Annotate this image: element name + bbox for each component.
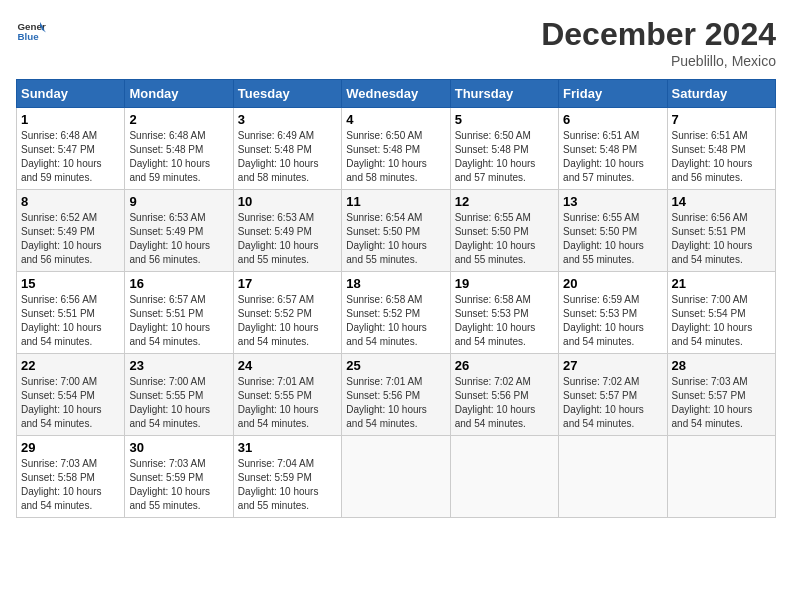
day-header-sunday: Sunday [17, 80, 125, 108]
week-row-4: 22 Sunrise: 7:00 AM Sunset: 5:54 PM Dayl… [17, 354, 776, 436]
day-cell-10: 10 Sunrise: 6:53 AM Sunset: 5:49 PM Dayl… [233, 190, 341, 272]
day-info: Sunrise: 6:57 AM Sunset: 5:52 PM Dayligh… [238, 293, 337, 349]
day-info: Sunrise: 6:53 AM Sunset: 5:49 PM Dayligh… [238, 211, 337, 267]
day-info: Sunrise: 6:50 AM Sunset: 5:48 PM Dayligh… [346, 129, 445, 185]
day-info: Sunrise: 6:51 AM Sunset: 5:48 PM Dayligh… [672, 129, 771, 185]
day-number: 30 [129, 440, 228, 455]
day-info: Sunrise: 6:50 AM Sunset: 5:48 PM Dayligh… [455, 129, 554, 185]
day-number: 23 [129, 358, 228, 373]
logo-icon: General Blue [16, 16, 46, 46]
day-cell-23: 23 Sunrise: 7:00 AM Sunset: 5:55 PM Dayl… [125, 354, 233, 436]
day-info: Sunrise: 6:54 AM Sunset: 5:50 PM Dayligh… [346, 211, 445, 267]
day-info: Sunrise: 7:02 AM Sunset: 5:57 PM Dayligh… [563, 375, 662, 431]
day-number: 28 [672, 358, 771, 373]
day-cell-28: 28 Sunrise: 7:03 AM Sunset: 5:57 PM Dayl… [667, 354, 775, 436]
day-number: 13 [563, 194, 662, 209]
day-number: 3 [238, 112, 337, 127]
empty-cell [559, 436, 667, 518]
location: Pueblillo, Mexico [541, 53, 776, 69]
day-info: Sunrise: 6:59 AM Sunset: 5:53 PM Dayligh… [563, 293, 662, 349]
day-info: Sunrise: 6:56 AM Sunset: 5:51 PM Dayligh… [672, 211, 771, 267]
day-info: Sunrise: 7:00 AM Sunset: 5:55 PM Dayligh… [129, 375, 228, 431]
day-info: Sunrise: 7:04 AM Sunset: 5:59 PM Dayligh… [238, 457, 337, 513]
week-row-5: 29 Sunrise: 7:03 AM Sunset: 5:58 PM Dayl… [17, 436, 776, 518]
day-info: Sunrise: 6:52 AM Sunset: 5:49 PM Dayligh… [21, 211, 120, 267]
day-number: 25 [346, 358, 445, 373]
day-number: 7 [672, 112, 771, 127]
empty-cell [450, 436, 558, 518]
day-cell-17: 17 Sunrise: 6:57 AM Sunset: 5:52 PM Dayl… [233, 272, 341, 354]
day-number: 2 [129, 112, 228, 127]
day-number: 9 [129, 194, 228, 209]
day-cell-5: 5 Sunrise: 6:50 AM Sunset: 5:48 PM Dayli… [450, 108, 558, 190]
empty-cell [667, 436, 775, 518]
day-header-saturday: Saturday [667, 80, 775, 108]
day-info: Sunrise: 6:55 AM Sunset: 5:50 PM Dayligh… [455, 211, 554, 267]
month-title: December 2024 [541, 16, 776, 53]
day-info: Sunrise: 6:51 AM Sunset: 5:48 PM Dayligh… [563, 129, 662, 185]
day-info: Sunrise: 7:03 AM Sunset: 5:59 PM Dayligh… [129, 457, 228, 513]
day-number: 1 [21, 112, 120, 127]
day-number: 6 [563, 112, 662, 127]
week-row-1: 1 Sunrise: 6:48 AM Sunset: 5:47 PM Dayli… [17, 108, 776, 190]
day-info: Sunrise: 6:58 AM Sunset: 5:52 PM Dayligh… [346, 293, 445, 349]
day-number: 20 [563, 276, 662, 291]
day-info: Sunrise: 7:01 AM Sunset: 5:56 PM Dayligh… [346, 375, 445, 431]
day-cell-12: 12 Sunrise: 6:55 AM Sunset: 5:50 PM Dayl… [450, 190, 558, 272]
day-number: 27 [563, 358, 662, 373]
day-info: Sunrise: 6:56 AM Sunset: 5:51 PM Dayligh… [21, 293, 120, 349]
day-info: Sunrise: 6:58 AM Sunset: 5:53 PM Dayligh… [455, 293, 554, 349]
calendar-table: SundayMondayTuesdayWednesdayThursdayFrid… [16, 79, 776, 518]
day-info: Sunrise: 7:00 AM Sunset: 5:54 PM Dayligh… [21, 375, 120, 431]
day-cell-18: 18 Sunrise: 6:58 AM Sunset: 5:52 PM Dayl… [342, 272, 450, 354]
day-info: Sunrise: 6:55 AM Sunset: 5:50 PM Dayligh… [563, 211, 662, 267]
day-number: 8 [21, 194, 120, 209]
day-cell-29: 29 Sunrise: 7:03 AM Sunset: 5:58 PM Dayl… [17, 436, 125, 518]
day-number: 24 [238, 358, 337, 373]
header: General Blue December 2024 Pueblillo, Me… [16, 16, 776, 69]
week-row-2: 8 Sunrise: 6:52 AM Sunset: 5:49 PM Dayli… [17, 190, 776, 272]
day-header-wednesday: Wednesday [342, 80, 450, 108]
day-info: Sunrise: 6:53 AM Sunset: 5:49 PM Dayligh… [129, 211, 228, 267]
svg-text:Blue: Blue [18, 31, 40, 42]
day-number: 17 [238, 276, 337, 291]
day-info: Sunrise: 7:00 AM Sunset: 5:54 PM Dayligh… [672, 293, 771, 349]
week-row-3: 15 Sunrise: 6:56 AM Sunset: 5:51 PM Dayl… [17, 272, 776, 354]
day-number: 5 [455, 112, 554, 127]
day-cell-4: 4 Sunrise: 6:50 AM Sunset: 5:48 PM Dayli… [342, 108, 450, 190]
day-number: 15 [21, 276, 120, 291]
day-cell-27: 27 Sunrise: 7:02 AM Sunset: 5:57 PM Dayl… [559, 354, 667, 436]
day-header-monday: Monday [125, 80, 233, 108]
day-cell-22: 22 Sunrise: 7:00 AM Sunset: 5:54 PM Dayl… [17, 354, 125, 436]
day-cell-20: 20 Sunrise: 6:59 AM Sunset: 5:53 PM Dayl… [559, 272, 667, 354]
day-cell-7: 7 Sunrise: 6:51 AM Sunset: 5:48 PM Dayli… [667, 108, 775, 190]
day-number: 11 [346, 194, 445, 209]
day-cell-21: 21 Sunrise: 7:00 AM Sunset: 5:54 PM Dayl… [667, 272, 775, 354]
day-number: 14 [672, 194, 771, 209]
day-cell-26: 26 Sunrise: 7:02 AM Sunset: 5:56 PM Dayl… [450, 354, 558, 436]
day-header-tuesday: Tuesday [233, 80, 341, 108]
day-header-thursday: Thursday [450, 80, 558, 108]
day-number: 29 [21, 440, 120, 455]
day-number: 18 [346, 276, 445, 291]
day-cell-16: 16 Sunrise: 6:57 AM Sunset: 5:51 PM Dayl… [125, 272, 233, 354]
day-info: Sunrise: 6:48 AM Sunset: 5:48 PM Dayligh… [129, 129, 228, 185]
day-cell-3: 3 Sunrise: 6:49 AM Sunset: 5:48 PM Dayli… [233, 108, 341, 190]
title-area: December 2024 Pueblillo, Mexico [541, 16, 776, 69]
day-number: 22 [21, 358, 120, 373]
day-number: 21 [672, 276, 771, 291]
day-cell-25: 25 Sunrise: 7:01 AM Sunset: 5:56 PM Dayl… [342, 354, 450, 436]
day-cell-6: 6 Sunrise: 6:51 AM Sunset: 5:48 PM Dayli… [559, 108, 667, 190]
day-cell-13: 13 Sunrise: 6:55 AM Sunset: 5:50 PM Dayl… [559, 190, 667, 272]
day-number: 26 [455, 358, 554, 373]
day-cell-19: 19 Sunrise: 6:58 AM Sunset: 5:53 PM Dayl… [450, 272, 558, 354]
day-number: 12 [455, 194, 554, 209]
day-info: Sunrise: 6:48 AM Sunset: 5:47 PM Dayligh… [21, 129, 120, 185]
day-cell-11: 11 Sunrise: 6:54 AM Sunset: 5:50 PM Dayl… [342, 190, 450, 272]
day-cell-2: 2 Sunrise: 6:48 AM Sunset: 5:48 PM Dayli… [125, 108, 233, 190]
day-cell-30: 30 Sunrise: 7:03 AM Sunset: 5:59 PM Dayl… [125, 436, 233, 518]
day-cell-8: 8 Sunrise: 6:52 AM Sunset: 5:49 PM Dayli… [17, 190, 125, 272]
day-cell-24: 24 Sunrise: 7:01 AM Sunset: 5:55 PM Dayl… [233, 354, 341, 436]
day-info: Sunrise: 7:01 AM Sunset: 5:55 PM Dayligh… [238, 375, 337, 431]
day-number: 10 [238, 194, 337, 209]
